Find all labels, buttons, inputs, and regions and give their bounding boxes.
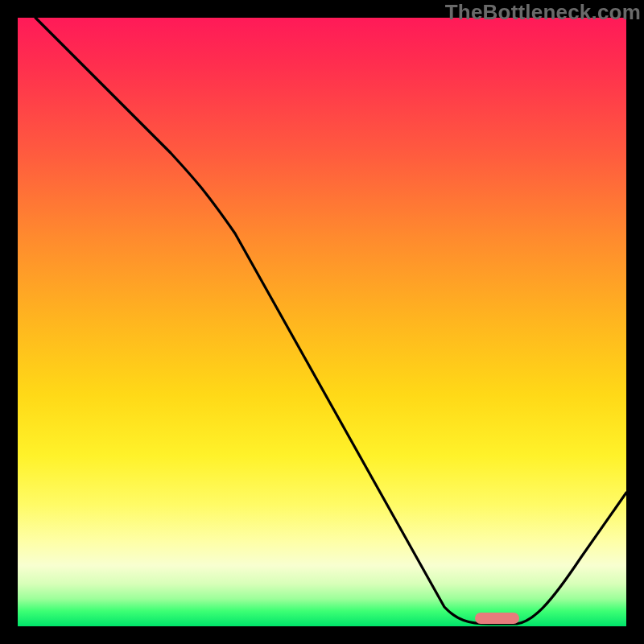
plot-frame: [18, 18, 626, 626]
bottleneck-curve: [18, 18, 626, 626]
watermark-text: TheBottleneck.com: [445, 0, 641, 25]
curve-path: [35, 18, 626, 624]
optimal-range-marker: [475, 613, 519, 624]
